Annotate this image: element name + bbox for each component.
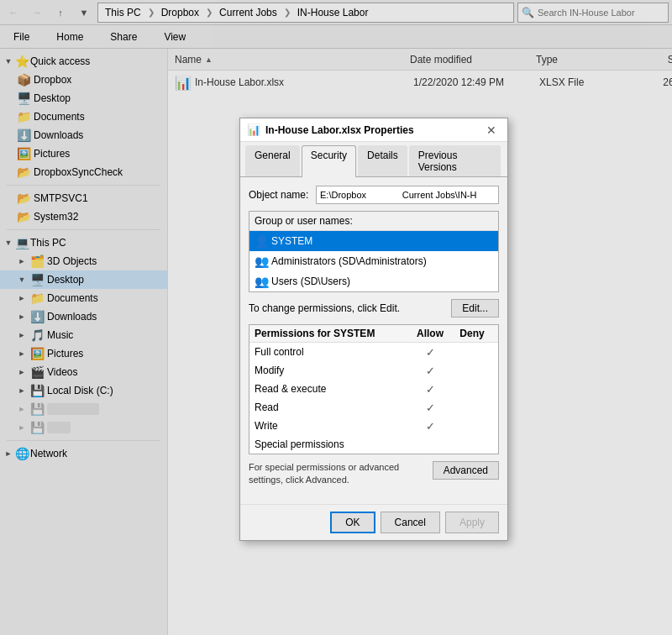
ribbon-tab-home[interactable]: Home: [50, 28, 90, 46]
user-administrators[interactable]: 👥 Administrators (SD\Administrators): [249, 251, 498, 271]
this-pc-header[interactable]: ▼ 💻 This PC: [0, 234, 167, 252]
address-segment-inhouse-labor[interactable]: IN-House Labor: [294, 6, 372, 19]
sidebar-item-videos-pc-label: Videos: [47, 366, 77, 378]
col-size-header[interactable]: Size: [620, 54, 672, 66]
downloads-qa-icon: ⬇️: [17, 129, 30, 142]
address-arrow-3: ❯: [284, 8, 291, 17]
advanced-text: For special permissions or advanced sett…: [249, 461, 426, 487]
sidebar-item-pictures-pc[interactable]: ► 🖼️ Pictures: [0, 344, 167, 363]
dialog-title-text: In-House Labor.xlsx Properties: [265, 124, 482, 136]
documents-pc-icon: 📁: [30, 291, 44, 305]
quick-access-header[interactable]: ▼ ⭐ Quick access: [0, 52, 167, 71]
change-perm-label: To change permissions, click Edit.: [249, 302, 400, 314]
perm-name-modify: Modify: [255, 365, 409, 376]
change-perm-row: To change permissions, click Edit. Edit.…: [249, 299, 499, 318]
ribbon-tab-share[interactable]: Share: [103, 28, 144, 46]
col-type-header[interactable]: Type: [536, 54, 620, 66]
col-date-header[interactable]: Date modified: [410, 54, 536, 66]
perm-header: Permissions for SYSTEM Allow Deny: [249, 325, 498, 343]
sidebar-item-blurred-1-label: Local Disk !: [47, 403, 99, 415]
sidebar-item-desktop-pc[interactable]: ▼ 🖥️ Desktop: [0, 270, 167, 289]
ribbon-tab-view[interactable]: View: [157, 28, 192, 46]
blurred-2-icon: 💾: [30, 421, 44, 434]
network-header[interactable]: ► 🌐 Network: [0, 444, 167, 463]
address-arrow-1: ❯: [148, 8, 155, 17]
network-chevron: ►: [3, 449, 13, 458]
perm-name-special: Special permissions: [255, 438, 409, 450]
address-segment-this-pc[interactable]: This PC: [102, 6, 144, 19]
sidebar-item-system32[interactable]: 📂 System32: [0, 207, 167, 226]
sidebar-item-downloads-pc[interactable]: ► ⬇️ Downloads: [0, 307, 167, 326]
file-size: 26 KB: [623, 76, 672, 88]
sidebar-item-downloads-qa-label: Downloads: [34, 129, 83, 141]
recent-button[interactable]: ▼: [74, 3, 94, 23]
documents-qa-icon: 📁: [17, 110, 30, 123]
sidebar-item-3d-objects-label: 3D Objects: [47, 255, 97, 267]
dialog-close-button[interactable]: ✕: [482, 121, 501, 139]
dialog-tab-security[interactable]: Security: [302, 145, 356, 177]
network-icon: 🌐: [15, 447, 29, 460]
sidebar-item-pictures-qa[interactable]: 🖼️ Pictures 📌: [0, 144, 167, 163]
dialog-tab-previous-versions[interactable]: Previous Versions: [409, 145, 501, 176]
sidebar-item-local-disk-label: Local Disk (C:): [47, 385, 113, 396]
3d-objects-chevron: ►: [17, 257, 27, 265]
sidebar-item-documents-pc[interactable]: ► 📁 Documents: [0, 289, 167, 307]
sidebar-item-smtpsvc1[interactable]: 📂 SMTPSVC1: [0, 189, 167, 207]
user-users[interactable]: 👥 Users (SD\Users): [249, 271, 498, 291]
edit-button[interactable]: Edit...: [451, 299, 499, 318]
perm-row-special: Special permissions: [249, 435, 498, 454]
file-date: 1/22/2020 12:49 PM: [413, 76, 539, 88]
dialog-tabs: General Security Details Previous Versio…: [240, 142, 507, 177]
sidebar-item-desktop-pc-label: Desktop: [47, 274, 84, 286]
sidebar-item-blurred-2[interactable]: ► 💾 Drive: [0, 418, 167, 437]
dialog-tab-general[interactable]: General: [245, 145, 300, 176]
sidebar-item-dropboxsynccheck[interactable]: 📂 DropboxSyncCheck: [0, 163, 167, 181]
ok-button[interactable]: OK: [330, 512, 375, 533]
advanced-button[interactable]: Advanced: [433, 461, 499, 480]
sidebar-item-desktop-qa[interactable]: 🖥️ Desktop 📌: [0, 89, 167, 108]
perm-name-read: Read: [255, 401, 409, 413]
back-button[interactable]: ←: [3, 3, 24, 23]
this-pc-icon: 💻: [15, 236, 29, 249]
perm-row-write: Write ✓: [249, 417, 498, 435]
sidebar-item-blurred-1[interactable]: ► 💾 Local Disk !: [0, 400, 167, 418]
quick-access-label: Quick access: [30, 55, 90, 67]
apply-button[interactable]: Apply: [445, 512, 499, 533]
search-box[interactable]: 🔍: [517, 3, 669, 23]
perm-row-read-execute: Read & execute ✓: [249, 380, 498, 398]
perm-row-full-control: Full control ✓: [249, 343, 498, 361]
system32-icon: 📂: [17, 210, 30, 223]
address-segment-current-jobs[interactable]: Current Jobs: [216, 6, 281, 19]
pictures-pc-icon: 🖼️: [30, 347, 44, 360]
ribbon-tab-file[interactable]: File: [7, 28, 36, 46]
sidebar-item-system32-label: System32: [34, 211, 78, 223]
blurred-1-chevron: ►: [17, 405, 27, 413]
sidebar-item-3d-objects[interactable]: ► 🗂️ 3D Objects: [0, 252, 167, 270]
sidebar-item-videos-pc[interactable]: ► 🎬 Videos: [0, 363, 167, 381]
advanced-row: For special permissions or advanced sett…: [249, 461, 499, 487]
user-users-label: Users (SD\Users): [271, 276, 350, 287]
file-row-inhouse[interactable]: 📊 In-House Labor.xlsx 1/22/2020 12:49 PM…: [168, 71, 672, 94]
quick-access-chevron: ▼: [3, 57, 13, 66]
videos-pc-icon: 🎬: [30, 365, 44, 379]
user-system[interactable]: 👤 SYSTEM: [249, 231, 498, 251]
forward-button[interactable]: →: [27, 3, 47, 23]
perm-allow-modify: ✓: [409, 365, 451, 377]
sidebar-item-local-disk[interactable]: ► 💾 Local Disk (C:): [0, 381, 167, 400]
cancel-button[interactable]: Cancel: [381, 512, 440, 533]
sidebar-item-music-pc[interactable]: ► 🎵 Music: [0, 326, 167, 344]
sidebar-item-dropbox[interactable]: 📦 Dropbox 📌: [0, 71, 167, 89]
blurred-2-chevron: ►: [17, 423, 27, 432]
sidebar-item-downloads-qa[interactable]: ⬇️ Downloads 📌: [0, 126, 167, 144]
object-name-value: E:\Dropbox Current Jobs\IN-H: [316, 186, 499, 204]
col-name-header[interactable]: Name ▲: [175, 54, 410, 66]
up-button[interactable]: ↑: [50, 3, 71, 23]
address-bar[interactable]: This PC ❯ Dropbox ❯ Current Jobs ❯ IN-Ho…: [97, 3, 514, 23]
music-pc-icon: 🎵: [30, 328, 44, 342]
address-segment-dropbox[interactable]: Dropbox: [158, 6, 202, 19]
sidebar-item-documents-qa[interactable]: 📁 Documents 📌: [0, 108, 167, 126]
object-name-text: E:\Dropbox Current Jobs\IN-H: [320, 190, 476, 200]
search-input[interactable]: [538, 8, 664, 18]
downloads-pc-chevron: ►: [17, 312, 27, 321]
dialog-tab-details[interactable]: Details: [358, 145, 407, 176]
